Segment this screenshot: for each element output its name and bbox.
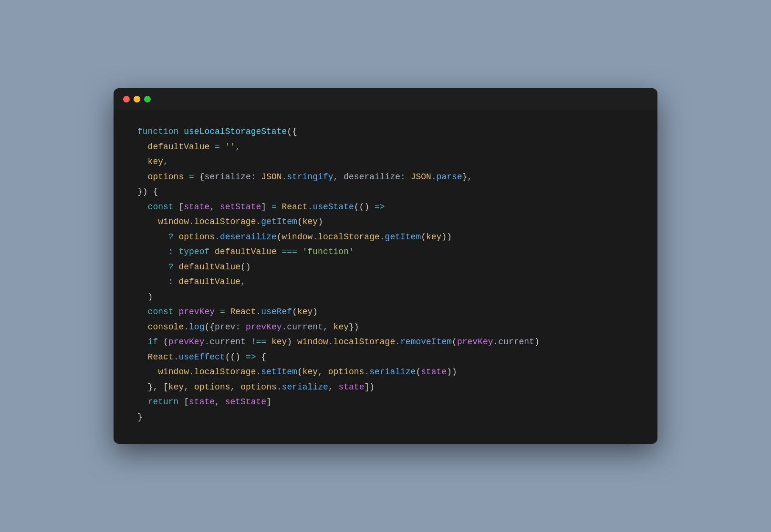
titlebar [114, 88, 657, 110]
code-editor[interactable]: function useLocalStorageState({ defaultV… [114, 110, 657, 444]
code-window: function useLocalStorageState({ defaultV… [114, 88, 657, 444]
minimize-button[interactable] [134, 96, 140, 102]
maximize-button[interactable] [144, 96, 151, 102]
close-button[interactable] [123, 96, 130, 102]
